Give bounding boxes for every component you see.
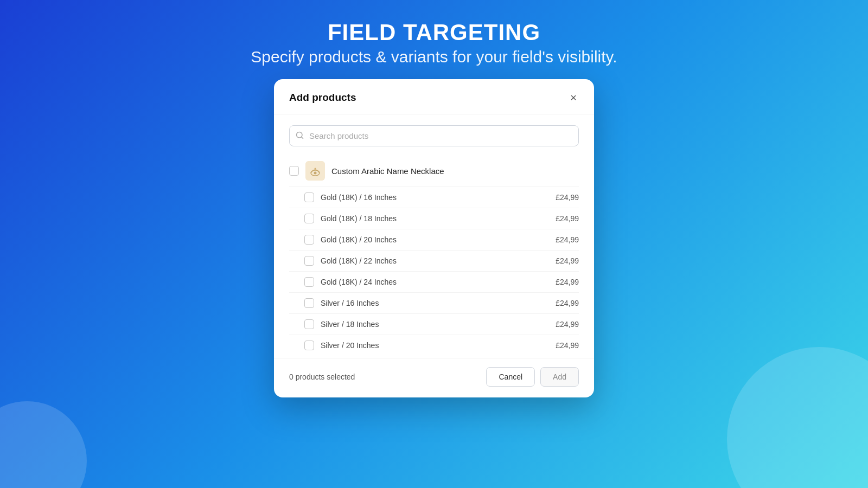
add-button[interactable]: Add	[540, 367, 579, 387]
bg-circle-left	[0, 401, 87, 488]
variant-name: Silver / 20 Inches	[321, 341, 549, 350]
variant-price: £24,99	[556, 235, 579, 244]
variant-row: Silver / 20 Inches£24,99	[289, 335, 579, 356]
svg-rect-2	[305, 161, 325, 181]
page-header: FIELD TARGETING Specify products & varia…	[251, 0, 617, 66]
variant-checkbox[interactable]	[304, 214, 314, 223]
product-list: Custom Arabic Name Necklace Gold (18K) /…	[289, 155, 579, 356]
bg-circle-right	[727, 347, 868, 488]
footer-buttons: Cancel Add	[486, 367, 579, 387]
product-image	[305, 161, 325, 181]
variant-row: Silver / 16 Inches£24,99	[289, 293, 579, 314]
page-title: FIELD TARGETING	[251, 20, 617, 46]
variant-price: £24,99	[556, 320, 579, 329]
modal-overlay: Add products ×	[274, 79, 594, 397]
selected-count: 0 products selected	[289, 373, 355, 381]
variant-checkbox[interactable]	[304, 298, 314, 308]
variant-name: Gold (18K) / 20 Inches	[321, 235, 549, 244]
modal-title: Add products	[289, 92, 356, 104]
variant-row: Gold (18K) / 16 Inches£24,99	[289, 187, 579, 208]
variant-name: Gold (18K) / 22 Inches	[321, 256, 549, 265]
variant-price: £24,99	[556, 193, 579, 202]
variant-list: Gold (18K) / 16 Inches£24,99Gold (18K) /…	[289, 187, 579, 356]
variant-name: Gold (18K) / 24 Inches	[321, 278, 549, 286]
modal-header: Add products ×	[274, 79, 594, 114]
product-checkbox[interactable]	[289, 166, 299, 176]
svg-point-4	[314, 172, 317, 175]
page-subtitle: Specify products & variants for your fie…	[251, 48, 617, 66]
modal-footer: 0 products selected Cancel Add	[274, 358, 594, 397]
modal-body: Custom Arabic Name Necklace Gold (18K) /…	[274, 114, 594, 356]
variant-checkbox[interactable]	[304, 192, 314, 202]
product-name: Custom Arabic Name Necklace	[331, 166, 579, 176]
variant-row: Gold (18K) / 20 Inches£24,99	[289, 229, 579, 251]
variant-row: Gold (18K) / 18 Inches£24,99	[289, 208, 579, 229]
variant-price: £24,99	[556, 214, 579, 223]
variant-row: Gold (18K) / 24 Inches£24,99	[289, 272, 579, 293]
variant-name: Gold (18K) / 18 Inches	[321, 214, 549, 223]
add-products-modal: Add products ×	[274, 79, 594, 397]
search-input[interactable]	[289, 125, 579, 146]
variant-checkbox[interactable]	[304, 235, 314, 245]
product-row: Custom Arabic Name Necklace	[289, 155, 579, 187]
variant-price: £24,99	[556, 278, 579, 286]
variant-row: Gold (18K) / 22 Inches£24,99	[289, 251, 579, 272]
variant-price: £24,99	[556, 341, 579, 350]
variant-price: £24,99	[556, 256, 579, 265]
variant-price: £24,99	[556, 299, 579, 307]
svg-point-5	[315, 168, 316, 170]
cancel-button[interactable]: Cancel	[486, 367, 535, 387]
variant-name: Silver / 18 Inches	[321, 320, 549, 329]
search-container	[289, 125, 579, 146]
variant-checkbox[interactable]	[304, 341, 314, 350]
variant-row: Silver / 18 Inches£24,99	[289, 314, 579, 335]
close-button[interactable]: ×	[568, 91, 579, 104]
variant-name: Silver / 16 Inches	[321, 299, 549, 307]
variant-name: Gold (18K) / 16 Inches	[321, 193, 549, 202]
variant-checkbox[interactable]	[304, 319, 314, 329]
variant-checkbox[interactable]	[304, 277, 314, 287]
variant-checkbox[interactable]	[304, 256, 314, 266]
